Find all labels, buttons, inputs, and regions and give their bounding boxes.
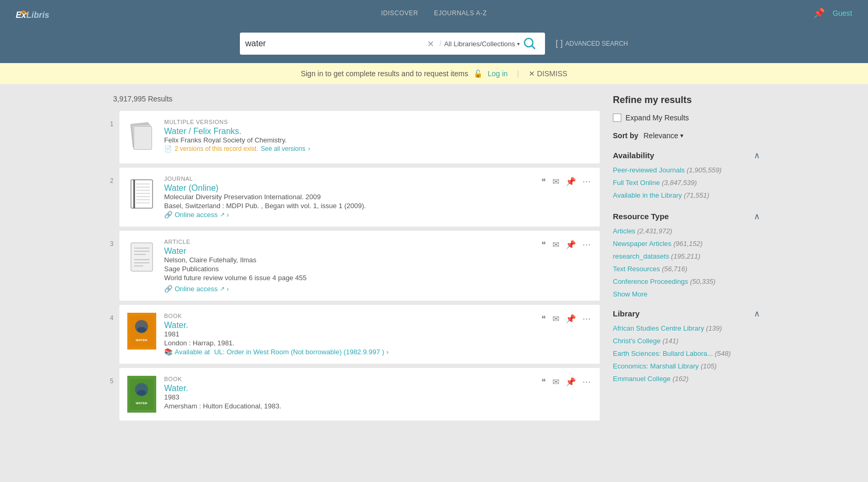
svg-point-28: [137, 390, 146, 396]
access-chevron: ›: [227, 285, 229, 293]
article-icon: [129, 240, 155, 274]
result-item: 5 ❝ ✉ 📌 ⋯ WATER BOOK Water. 1983: [119, 368, 600, 421]
result-title[interactable]: Water.: [164, 321, 188, 330]
facet-item[interactable]: Economics: Marshall Library (105): [613, 362, 760, 371]
svg-text:Ex: Ex: [16, 11, 27, 19]
facet-item[interactable]: Newspaper Articles (961,152): [613, 239, 760, 249]
svg-point-2: [524, 38, 533, 47]
result-thumbnail: WATER: [127, 313, 156, 350]
more-button[interactable]: ⋯: [581, 313, 592, 325]
facet-item[interactable]: Full Text Online (3,847,539): [613, 178, 760, 188]
result-publisher: Sage Publications: [164, 265, 592, 273]
guest-button[interactable]: Guest: [833, 9, 852, 17]
more-button[interactable]: ⋯: [581, 239, 592, 251]
search-icon: [523, 37, 537, 50]
result-year: 1981: [164, 330, 592, 338]
pin-button[interactable]: 📌: [564, 313, 577, 325]
result-thumbnail: [127, 239, 156, 275]
nav-idiscover[interactable]: IDISCOVER: [381, 9, 418, 17]
search-divider: /: [439, 39, 441, 48]
result-type: MULTIPLE VERSIONS: [164, 119, 592, 125]
result-title[interactable]: Water / Felix Franks.: [164, 127, 241, 136]
facet-library-title: Library: [613, 309, 640, 318]
login-link[interactable]: Log in: [488, 69, 508, 78]
facet-collapse-icon: ∧: [754, 211, 760, 221]
results-area: 3,917,995 Results 1 MULTIPLE VERSIONS Wa…: [108, 95, 600, 425]
result-item: 3 ❝ ✉ 📌 ⋯: [119, 231, 600, 301]
pin-button[interactable]: 📌: [564, 176, 577, 188]
sidebar-title: Refine my results: [613, 95, 760, 106]
exlibris-logo-svg: Ex Libris: [16, 5, 63, 21]
facet-item[interactable]: African Studies Centre Library (139): [613, 324, 760, 333]
cite-button[interactable]: ❝: [540, 176, 547, 188]
facet-item[interactable]: research_datasets (195,211): [613, 252, 760, 261]
result-author: Molecular Diversity Preservation Interna…: [164, 193, 592, 201]
facet-resource-type: Resource Type ∧ Articles (2,431,972) New…: [613, 211, 760, 298]
svg-rect-13: [131, 243, 153, 271]
facet-availability-header[interactable]: Availability ∧: [613, 150, 760, 160]
pin-icon[interactable]: 📌: [813, 7, 825, 19]
facet-item[interactable]: Emmanuel College (162): [613, 374, 760, 384]
cite-button[interactable]: ❝: [540, 376, 547, 388]
result-publisher: London : Harrap, 1981.: [164, 339, 592, 347]
result-available[interactable]: 📚 Available at UL: Order in West Room (N…: [164, 348, 592, 356]
more-button[interactable]: ⋯: [581, 376, 592, 388]
sort-select[interactable]: Relevance ▾: [643, 131, 683, 140]
more-button[interactable]: ⋯: [581, 176, 592, 188]
result-title[interactable]: Water: [164, 247, 186, 255]
expand-results-row: Expand My Results: [613, 114, 760, 122]
result-number: 2: [110, 177, 114, 184]
cite-button[interactable]: ❝: [540, 313, 547, 325]
result-access[interactable]: 🔗 Online access ↗ ›: [164, 285, 592, 293]
search-button[interactable]: [520, 37, 540, 50]
svg-text:WATER: WATER: [136, 401, 147, 405]
logo: Ex Libris: [16, 5, 63, 21]
result-number: 1: [110, 120, 114, 128]
facet-item[interactable]: Available in the Library (71,551): [613, 191, 760, 200]
facet-library-header[interactable]: Library ∧: [613, 309, 760, 319]
facet-item[interactable]: Text Resources (56,716): [613, 264, 760, 274]
pin-button[interactable]: 📌: [564, 239, 577, 251]
clear-search-button[interactable]: ✕: [427, 39, 434, 49]
email-button[interactable]: ✉: [551, 176, 560, 188]
facet-item[interactable]: Christ's College (141): [613, 336, 760, 346]
show-more-resource-type[interactable]: Show More: [613, 290, 760, 298]
versions-text: 2 versions of this record exist.: [175, 145, 258, 152]
scope-selector[interactable]: All Libraries/Collections ▾: [444, 40, 520, 48]
see-all-versions-link[interactable]: See all versions: [261, 145, 306, 152]
facet-item[interactable]: Earth Sciences: Bullard Labora... (548): [613, 349, 760, 358]
pin-button[interactable]: 📌: [564, 376, 577, 388]
facet-item[interactable]: Conference Proceedings (50,335): [613, 277, 760, 286]
dismiss-button[interactable]: ✕ DISMISS: [529, 69, 568, 78]
result-body: BOOK Water. 1983 Amersham : Hulton Educa…: [164, 376, 592, 411]
sort-row: Sort by Relevance ▾: [613, 131, 760, 140]
email-button[interactable]: ✉: [551, 313, 560, 325]
facet-resource-type-header[interactable]: Resource Type ∧: [613, 211, 760, 221]
header: Ex Libris IDISCOVER EJOURNALS A-Z 📌 Gues…: [0, 0, 868, 26]
result-title[interactable]: Water (Online): [164, 183, 218, 192]
email-button[interactable]: ✉: [551, 239, 560, 251]
login-icon: 🔓: [473, 69, 482, 78]
facet-item[interactable]: Peer-reviewed Journals (1,905,559): [613, 166, 760, 175]
email-button[interactable]: ✉: [551, 376, 560, 388]
facet-item[interactable]: Articles (2,431,972): [613, 227, 760, 236]
advanced-search-link[interactable]: [ ] ADVANCED SEARCH: [556, 39, 628, 48]
result-access[interactable]: 🔗 Online access ↗ ›: [164, 211, 592, 219]
expand-checkbox[interactable]: [613, 114, 621, 122]
result-thumbnail: [127, 119, 156, 156]
main-content: 3,917,995 Results 1 MULTIPLE VERSIONS Wa…: [92, 84, 776, 435]
available-icon: 📚: [164, 348, 173, 356]
result-author: Nelson, Claire Futehally, Ilmas: [164, 256, 592, 264]
result-title[interactable]: Water.: [164, 384, 188, 393]
search-input[interactable]: [245, 39, 427, 48]
external-icon: ↗: [220, 285, 225, 292]
svg-line-3: [532, 46, 535, 49]
cite-button[interactable]: ❝: [540, 239, 547, 251]
result-thumbnail: WATER: [127, 376, 156, 413]
dismiss-x-icon: ✕: [529, 69, 535, 78]
result-item: 2 ❝ ✉ 📌 ⋯: [119, 168, 600, 227]
nav-ejournals[interactable]: EJOURNALS A-Z: [434, 9, 487, 17]
result-type: BOOK: [164, 376, 592, 382]
svg-text:WATER: WATER: [136, 338, 147, 342]
result-publisher: Basel, Switzerland : MDPI Pub. , Began w…: [164, 202, 592, 210]
